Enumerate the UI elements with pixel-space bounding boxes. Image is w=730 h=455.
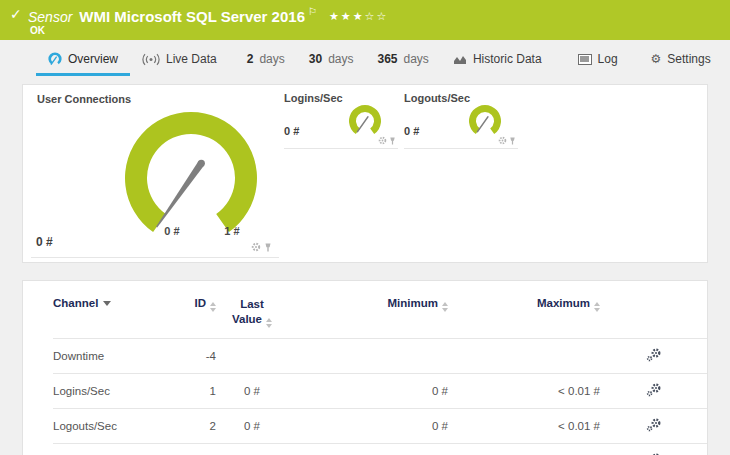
gauge-settings-gear-icon[interactable] [378,136,387,145]
gauge-pin-icon[interactable] [509,137,516,145]
tab-live-data[interactable]: Live Data [130,44,229,73]
priority-flag-icon[interactable]: ⚐ [308,6,317,17]
tab-historic-data[interactable]: Historic Data [441,44,554,73]
sensor-tab-bar: Overview Live Data 2 days 30 days 365 da… [0,44,730,80]
channel-minimum: 0 # [288,373,448,408]
gauge-title-logins: Logins/Sec [284,92,343,104]
column-header-channel[interactable]: Channel [53,281,188,338]
sort-descending-icon [103,301,111,306]
channel-id: -4 [188,338,216,373]
sort-icon [210,302,216,312]
channel-maximum: < 0.01 # [448,373,600,408]
object-kind-label: Sensor [28,9,72,25]
edit-channel-gears-icon[interactable] [646,422,662,434]
channel-name: Logouts/Sec [53,408,188,443]
gauge-icon [48,52,62,66]
sort-icon [442,302,448,312]
sensor-title: WMI Microsoft SQL Server 2016 [79,8,305,25]
gauge-cell-logins: Logins/Sec 0 # [284,92,398,149]
gauge-cell-divider [31,257,279,258]
channel-id: 1 [188,373,216,408]
tab-30-days-number: 30 [309,52,322,66]
channel-name: User Connections [53,443,188,455]
channel-minimum: 0 # [288,408,448,443]
gauge-title-logouts: Logouts/Sec [404,92,470,104]
tab-historic-data-label: Historic Data [473,52,542,66]
logins-gauge [347,103,383,139]
tab-30-days[interactable]: 30 days [297,44,366,73]
tab-365-days-number: 365 [377,52,397,66]
table-row-logouts: Logouts/Sec 2 0 # 0 # < 0.01 # [53,408,707,443]
tab-2-days-unit: days [259,52,284,66]
gear-icon: ⚙ [651,52,662,66]
user-connections-value: 0 # [36,235,53,249]
channel-last-value: 0 # [216,443,288,455]
priority-stars[interactable]: ★★★☆☆ [329,10,388,23]
logins-value: 0 # [284,125,299,137]
tab-settings-label: Settings [667,52,710,66]
channel-id: 2 [188,408,216,443]
channel-last-value [216,338,288,373]
sensor-status-bar: ✓ SensorWMI Microsoft SQL Server 2016⚐★★… [0,0,730,40]
channel-minimum: 0 # [288,443,448,455]
channel-maximum: 0 # [448,443,600,455]
gauge-pin-icon[interactable] [264,243,272,252]
gauge-scale-max: 1 # [214,225,250,237]
column-header-last-value-label: Last Value [232,298,264,325]
channels-table: Channel ID Last Value Minimum Maximum [53,281,707,455]
gauge-cell-logouts: Logouts/Sec 0 # [404,92,518,149]
gauge-pin-icon[interactable] [389,137,396,145]
column-header-id[interactable]: ID [188,281,216,338]
edit-channel-gears-icon[interactable] [646,352,662,364]
column-header-edit [600,281,707,338]
column-header-last-value[interactable]: Last Value [216,281,288,338]
gauge-scale-min: 0 # [154,225,190,237]
tab-overview[interactable]: Overview [36,44,130,73]
column-header-minimum-label: Minimum [388,297,438,309]
column-header-maximum-label: Maximum [537,297,590,309]
channels-panel: Channel ID Last Value Minimum Maximum [22,280,708,455]
channel-maximum: < 0.01 # [448,408,600,443]
channel-id: 0 [188,443,216,455]
channel-name: Logins/Sec [53,373,188,408]
table-row-downtime: Downtime -4 [53,338,707,373]
tab-settings[interactable]: ⚙ Settings [639,44,723,73]
status-ok-check-icon: ✓ [10,6,22,22]
tab-2-days-number: 2 [247,52,254,66]
channel-name: Downtime [53,338,188,373]
logouts-value: 0 # [404,125,419,137]
gauge-settings-gear-icon[interactable] [251,242,261,252]
tab-30-days-unit: days [328,52,353,66]
tab-live-data-label: Live Data [166,52,217,66]
tab-log-label: Log [598,52,618,66]
column-header-maximum[interactable]: Maximum [448,281,600,338]
tab-2-days[interactable]: 2 days [235,44,297,73]
channel-minimum [288,338,448,373]
column-header-id-label: ID [195,297,207,309]
tab-365-days[interactable]: 365 days [365,44,440,73]
channel-last-value: 0 # [216,408,288,443]
sort-icon [594,302,600,312]
table-row-logins: Logins/Sec 1 0 # 0 # < 0.01 # [53,373,707,408]
logouts-gauge [467,103,503,139]
channel-last-value: 0 # [216,373,288,408]
column-header-channel-label: Channel [53,297,98,309]
tab-log[interactable]: Log [566,44,630,73]
column-header-minimum[interactable]: Minimum [288,281,448,338]
gauge-settings-gear-icon[interactable] [498,136,507,145]
log-window-icon [578,54,592,65]
tab-overview-label: Overview [68,52,118,66]
tab-365-days-unit: days [404,52,429,66]
sort-icon [266,318,272,328]
sensor-status-text: OK [30,25,45,36]
table-row-user-connections: User Connections 0 0 # 0 # 0 # [53,443,707,455]
gauge-title-user-connections: User Connections [37,93,131,105]
chart-icon [453,53,467,65]
channel-maximum [448,338,600,373]
broadcast-icon [142,53,160,66]
edit-channel-gears-icon[interactable] [646,387,662,399]
gauges-panel: User Connections 0 # 1 # 0 # Logins/Sec … [22,84,708,263]
